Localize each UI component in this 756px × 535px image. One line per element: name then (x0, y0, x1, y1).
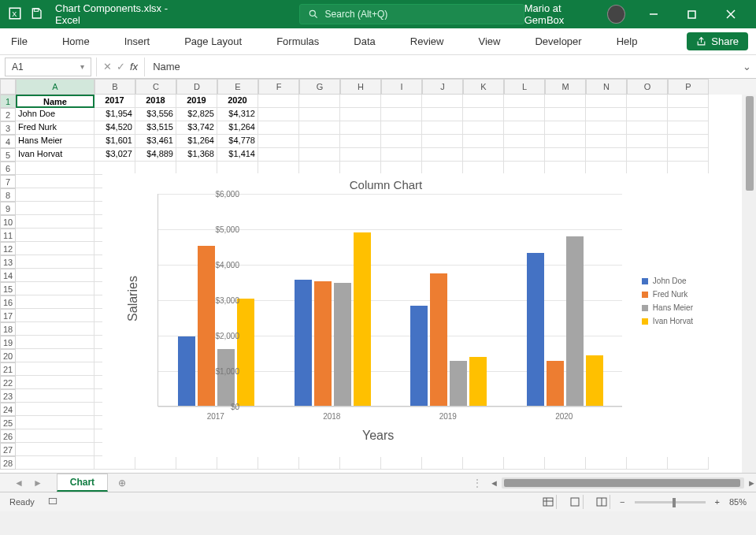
spreadsheet-grid[interactable]: 1234567891011121314151617181920212223242… (0, 79, 756, 473)
cell[interactable]: $4,889 (135, 148, 176, 162)
row-header-6[interactable]: 6 (0, 162, 16, 175)
cell[interactable] (340, 121, 381, 135)
cell[interactable]: $3,461 (135, 135, 176, 148)
row-header-26[interactable]: 26 (0, 429, 16, 443)
formula-input[interactable]: Name (145, 61, 737, 72)
cell[interactable] (463, 95, 504, 108)
cell[interactable] (16, 362, 94, 376)
row-header-9[interactable]: 9 (0, 202, 16, 215)
cell[interactable] (627, 456, 668, 470)
fx-icon[interactable]: fx (130, 61, 138, 72)
embedded-chart[interactable]: Column Chart Salaries Years John DoeFred… (102, 173, 709, 457)
cell[interactable] (463, 456, 504, 470)
next-sheet-icon[interactable]: ► (33, 477, 43, 489)
cell[interactable] (463, 121, 504, 135)
cell[interactable] (16, 295, 94, 309)
scroll-left-icon[interactable]: ◄ (490, 478, 498, 488)
cell[interactable]: 2020 (217, 95, 258, 108)
row-header-28[interactable]: 28 (0, 456, 16, 470)
cell[interactable] (422, 108, 463, 121)
cell[interactable] (422, 456, 463, 470)
cell[interactable]: $1,368 (176, 148, 217, 162)
row-header-19[interactable]: 19 (0, 336, 16, 349)
col-header-K[interactable]: K (463, 79, 504, 95)
col-header-P[interactable]: P (668, 79, 709, 95)
cell[interactable] (340, 135, 381, 148)
cell[interactable] (16, 429, 94, 443)
cell[interactable] (422, 95, 463, 108)
cell[interactable] (504, 148, 545, 162)
cell[interactable] (258, 108, 299, 121)
share-button[interactable]: Share (687, 32, 748, 50)
cell[interactable]: Ivan Horvat (16, 148, 94, 162)
ribbon-tab-file[interactable]: File (11, 35, 28, 47)
cell[interactable] (504, 121, 545, 135)
record-macro-icon[interactable] (47, 496, 58, 508)
cell[interactable] (422, 135, 463, 148)
row-header-5[interactable]: 5 (0, 148, 16, 162)
cell[interactable] (299, 108, 340, 121)
col-header-L[interactable]: L (504, 79, 545, 95)
normal-view-icon[interactable] (539, 495, 557, 509)
cell[interactable] (340, 148, 381, 162)
zoom-slider[interactable] (635, 501, 706, 503)
cell[interactable] (381, 135, 422, 148)
cell[interactable] (586, 148, 627, 162)
col-header-O[interactable]: O (627, 79, 668, 95)
cell[interactable] (16, 309, 94, 322)
cell[interactable] (94, 456, 135, 470)
cell[interactable]: $1,264 (176, 135, 217, 148)
cell[interactable] (504, 108, 545, 121)
cell[interactable] (258, 95, 299, 108)
cell[interactable] (16, 403, 94, 416)
cell[interactable] (627, 148, 668, 162)
cell[interactable] (16, 162, 94, 175)
prev-sheet-icon[interactable]: ◄ (14, 477, 24, 489)
cell[interactable] (545, 95, 586, 108)
col-header-E[interactable]: E (217, 79, 258, 95)
row-header-21[interactable]: 21 (0, 362, 16, 376)
cell[interactable] (586, 108, 627, 121)
col-header-N[interactable]: N (586, 79, 627, 95)
cell[interactable]: $3,027 (94, 148, 135, 162)
cell[interactable]: 2019 (176, 95, 217, 108)
cell[interactable]: Hans Meier (16, 135, 94, 148)
cell[interactable] (586, 456, 627, 470)
cell[interactable]: $4,520 (94, 121, 135, 135)
col-header-B[interactable]: B (94, 79, 135, 95)
cell[interactable] (16, 255, 94, 269)
cell[interactable] (340, 95, 381, 108)
cell[interactable] (545, 108, 586, 121)
scroll-right-icon[interactable]: ► (747, 478, 756, 488)
cell[interactable]: $3,515 (135, 121, 176, 135)
cell[interactable] (668, 135, 709, 148)
cell[interactable] (16, 228, 94, 242)
cell[interactable] (627, 108, 668, 121)
cell[interactable] (135, 456, 176, 470)
col-header-M[interactable]: M (545, 79, 586, 95)
cell[interactable] (422, 121, 463, 135)
user-label[interactable]: Mario at GemBox (524, 2, 599, 26)
cell[interactable]: $1,954 (94, 108, 135, 121)
cell[interactable]: John Doe (16, 108, 94, 121)
zoom-out-icon[interactable]: − (620, 497, 624, 507)
cell[interactable] (586, 95, 627, 108)
cell[interactable] (463, 135, 504, 148)
row-header-7[interactable]: 7 (0, 175, 16, 188)
cell[interactable] (299, 95, 340, 108)
col-header-A[interactable]: A (16, 79, 94, 95)
row-header-23[interactable]: 23 (0, 389, 16, 403)
name-box[interactable]: A1 ▾ (5, 58, 91, 76)
cell[interactable]: Fred Nurk (16, 121, 94, 135)
cell[interactable] (381, 108, 422, 121)
maximize-button[interactable] (675, 0, 709, 28)
cell[interactable] (668, 148, 709, 162)
row-header-3[interactable]: 3 (0, 121, 16, 135)
col-header-F[interactable]: F (258, 79, 299, 95)
cell[interactable] (381, 148, 422, 162)
row-header-25[interactable]: 25 (0, 416, 16, 429)
cell[interactable] (381, 121, 422, 135)
cell[interactable] (16, 242, 94, 255)
cell[interactable] (668, 108, 709, 121)
row-header-1[interactable]: 1 (0, 95, 16, 108)
